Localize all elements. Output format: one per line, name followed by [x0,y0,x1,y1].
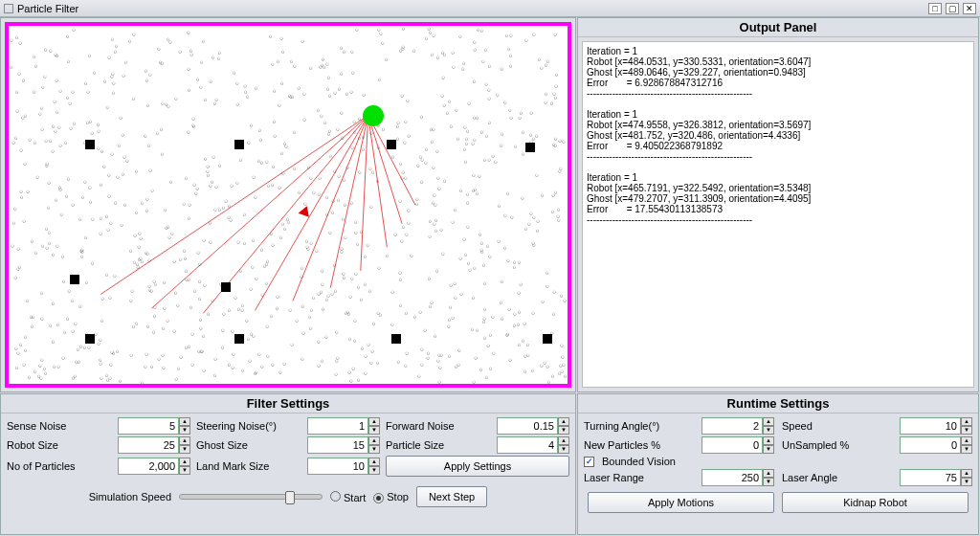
particle: ○ [269,34,273,39]
particle: ○ [82,345,86,350]
spin-down-icon[interactable]: ▼ [763,426,774,435]
particle: ○ [195,186,199,191]
particle: ○ [379,31,383,36]
speed-label: Speed [782,420,896,432]
particle: ○ [107,193,111,199]
spin-up-icon[interactable]: ▲ [763,436,774,445]
particle: ○ [79,344,83,349]
particle: ○ [136,264,140,270]
spin-up-icon[interactable]: ▲ [558,417,569,426]
particle: ○ [326,86,330,92]
slider-thumb[interactable] [285,491,295,504]
sense-noise-input[interactable] [118,417,179,435]
spin-down-icon[interactable]: ▼ [558,445,569,454]
particle: ○ [560,343,564,348]
particle: ○ [506,190,510,196]
particle: ○ [47,205,51,211]
start-radio-label[interactable]: Start [330,491,366,503]
particle: ○ [129,352,133,358]
no-particles-input[interactable] [118,458,179,475]
particle: ○ [464,141,468,146]
particle: ○ [550,209,554,214]
particle: ○ [323,120,327,125]
particle: ○ [172,258,176,264]
particle: ○ [72,27,76,33]
turning-angle-input[interactable] [702,417,763,435]
spin-down-icon[interactable]: ▼ [558,426,569,435]
particle: ○ [476,327,479,333]
forward-noise-input[interactable] [497,417,558,435]
simulation-panel: ○○○○○○○○○○○○○○○○○○○○○○○○○○○○○○○○○○○○○○○○… [0,17,576,392]
particle: ○ [51,301,55,306]
output-panel-title: Output Panel [578,18,978,37]
particle: ○ [480,28,484,34]
landmark-size-input[interactable] [307,458,368,475]
spin-up-icon[interactable]: ▲ [961,469,972,478]
spin-up-icon[interactable]: ▲ [763,469,774,478]
kidnap-robot-button[interactable]: Kidnap Robot [782,492,969,513]
turning-angle-label: Turning Angle(°) [584,420,698,432]
particle: ○ [284,144,288,149]
start-radio[interactable] [330,491,341,502]
laser-range-input[interactable] [702,469,763,486]
spin-down-icon[interactable]: ▼ [368,466,380,475]
spin-down-icon[interactable]: ▼ [368,445,380,454]
spin-up-icon[interactable]: ▲ [961,417,972,426]
spin-down-icon[interactable]: ▼ [763,478,774,486]
maximize-icon[interactable]: ▢ [946,3,959,14]
minimize-icon[interactable]: □ [928,3,942,14]
landmark [234,334,244,344]
spin-down-icon[interactable]: ▼ [179,426,190,435]
stop-radio[interactable] [373,493,384,503]
spin-up-icon[interactable]: ▲ [763,417,774,426]
spin-up-icon[interactable]: ▲ [179,458,190,466]
next-step-button[interactable]: Next Step [416,486,487,507]
spin-up-icon[interactable]: ▲ [179,436,190,445]
landmark [70,275,79,284]
unsampled-input[interactable] [900,436,961,454]
particle: ○ [341,135,345,141]
spin-up-icon[interactable]: ▲ [368,436,380,445]
particle: ○ [479,129,483,135]
spin-down-icon[interactable]: ▼ [961,478,972,486]
particle: ○ [546,283,549,289]
particle-size-input[interactable] [497,436,558,454]
particle: ○ [119,378,122,384]
particle: ○ [463,146,467,152]
particle: ○ [119,115,122,121]
spin-down-icon[interactable]: ▼ [179,466,190,475]
spin-down-icon[interactable]: ▼ [763,445,774,454]
spin-up-icon[interactable]: ▲ [179,417,190,426]
spin-down-icon[interactable]: ▼ [961,445,972,454]
particle: ○ [401,46,405,52]
steering-noise-input[interactable] [307,417,368,435]
speed-input[interactable] [900,417,961,435]
apply-settings-button[interactable]: Apply Settings [386,456,569,477]
spin-up-icon[interactable]: ▲ [368,458,380,466]
ghost-size-input[interactable] [307,436,368,454]
simulation-speed-slider[interactable] [179,494,323,500]
spin-down-icon[interactable]: ▼ [368,426,380,435]
spin-up-icon[interactable]: ▲ [558,436,569,445]
laser-angle-input[interactable] [900,469,961,486]
spin-up-icon[interactable]: ▲ [961,436,972,445]
stop-radio-label[interactable]: Stop [373,491,409,503]
particle: ○ [527,221,531,227]
new-particles-input[interactable] [702,436,763,454]
particle: ○ [427,350,431,356]
apply-motions-button[interactable]: Apply Motions [588,492,774,513]
spin-down-icon[interactable]: ▼ [961,426,972,435]
robot-size-input[interactable] [118,436,179,454]
particle: ○ [211,298,214,303]
bounded-vision-checkbox[interactable] [584,457,594,467]
close-icon[interactable]: ✕ [963,3,976,14]
simulation-canvas[interactable]: ○○○○○○○○○○○○○○○○○○○○○○○○○○○○○○○○○○○○○○○○… [5,22,571,388]
particle: ○ [116,174,120,180]
particle: ○ [488,63,492,69]
spin-down-icon[interactable]: ▼ [179,445,190,454]
spin-up-icon[interactable]: ▲ [368,417,380,426]
particle: ○ [240,307,244,313]
particle: ○ [347,336,351,342]
particle: ○ [300,274,303,279]
particle: ○ [187,129,190,135]
